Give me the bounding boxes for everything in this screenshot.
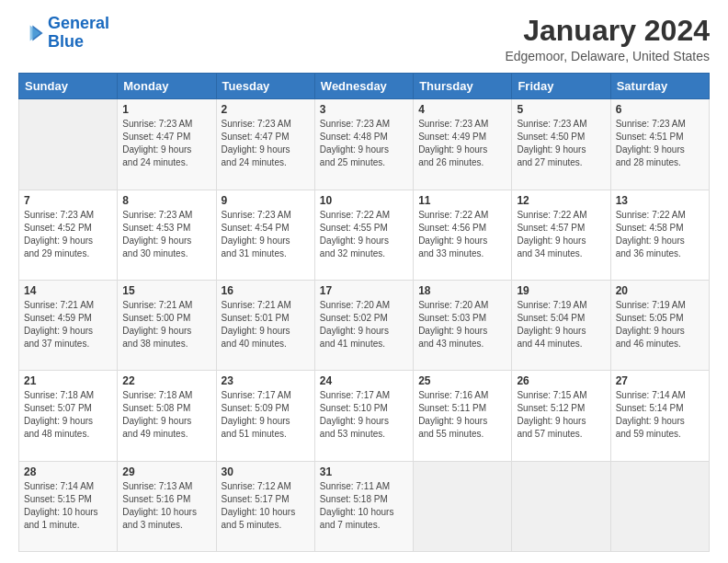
day-info: Sunrise: 7:22 AMSunset: 4:56 PMDaylight:… [418, 209, 506, 260]
day-number: 5 [517, 103, 605, 116]
calendar-cell: 12Sunrise: 7:22 AMSunset: 4:57 PMDayligh… [512, 190, 610, 280]
day-number: 23 [222, 374, 310, 387]
day-info: Sunrise: 7:20 AMSunset: 5:02 PMDaylight:… [320, 299, 408, 350]
calendar-cell [512, 461, 610, 551]
day-info: Sunrise: 7:21 AMSunset: 5:00 PMDaylight:… [122, 299, 210, 350]
calendar-cell: 9Sunrise: 7:23 AMSunset: 4:54 PMDaylight… [216, 190, 314, 280]
day-info: Sunrise: 7:15 AMSunset: 5:12 PMDaylight:… [517, 389, 605, 441]
day-info: Sunrise: 7:21 AMSunset: 4:59 PMDaylight:… [24, 299, 112, 350]
calendar-cell: 15Sunrise: 7:21 AMSunset: 5:00 PMDayligh… [118, 280, 216, 370]
day-info: Sunrise: 7:23 AMSunset: 4:47 PMDaylight:… [122, 118, 210, 169]
day-number: 10 [320, 194, 408, 207]
calendar-cell [610, 461, 709, 551]
day-number: 22 [122, 374, 210, 387]
day-number: 24 [320, 374, 408, 387]
day-info: Sunrise: 7:23 AMSunset: 4:47 PMDaylight:… [222, 118, 310, 169]
day-number: 12 [517, 194, 605, 207]
day-number: 9 [222, 194, 310, 207]
calendar-table: SundayMondayTuesdayWednesdayThursdayFrid… [18, 73, 710, 552]
day-info: Sunrise: 7:13 AMSunset: 5:16 PMDaylight:… [122, 480, 210, 532]
calendar-cell: 24Sunrise: 7:17 AMSunset: 5:10 PMDayligh… [314, 371, 413, 461]
calendar-cell: 16Sunrise: 7:21 AMSunset: 5:01 PMDayligh… [216, 280, 314, 370]
day-info: Sunrise: 7:17 AMSunset: 5:10 PMDaylight:… [320, 389, 408, 441]
calendar-cell: 5Sunrise: 7:23 AMSunset: 4:50 PMDaylight… [512, 99, 610, 190]
day-info: Sunrise: 7:23 AMSunset: 4:52 PMDaylight:… [24, 209, 112, 260]
day-info: Sunrise: 7:22 AMSunset: 4:57 PMDaylight:… [517, 209, 605, 260]
calendar-week-5: 28Sunrise: 7:14 AMSunset: 5:15 PMDayligh… [19, 461, 710, 551]
day-info: Sunrise: 7:23 AMSunset: 4:48 PMDaylight:… [320, 118, 408, 169]
day-info: Sunrise: 7:18 AMSunset: 5:07 PMDaylight:… [24, 389, 112, 441]
header-wednesday: Wednesday [314, 74, 413, 99]
header-monday: Monday [118, 74, 216, 99]
day-number: 14 [24, 284, 112, 297]
day-info: Sunrise: 7:23 AMSunset: 4:49 PMDaylight:… [418, 118, 506, 169]
calendar-cell: 7Sunrise: 7:23 AMSunset: 4:52 PMDaylight… [19, 190, 118, 280]
day-info: Sunrise: 7:23 AMSunset: 4:54 PMDaylight:… [222, 209, 310, 260]
calendar-cell: 30Sunrise: 7:12 AMSunset: 5:17 PMDayligh… [216, 461, 314, 551]
day-info: Sunrise: 7:19 AMSunset: 5:04 PMDaylight:… [517, 299, 605, 350]
header-sunday: Sunday [19, 74, 118, 99]
calendar-cell: 18Sunrise: 7:20 AMSunset: 5:03 PMDayligh… [414, 280, 512, 370]
day-number: 20 [616, 284, 704, 297]
calendar-cell: 31Sunrise: 7:11 AMSunset: 5:18 PMDayligh… [314, 461, 413, 551]
day-number: 28 [24, 465, 112, 478]
day-info: Sunrise: 7:17 AMSunset: 5:09 PMDaylight:… [222, 389, 310, 441]
main-title: January 2024 [505, 15, 710, 47]
calendar-cell: 6Sunrise: 7:23 AMSunset: 4:51 PMDaylight… [610, 99, 709, 190]
day-number: 18 [418, 284, 506, 297]
header: General Blue January 2024 Edgemoor, Dela… [18, 15, 710, 63]
day-number: 4 [418, 103, 506, 116]
day-number: 6 [616, 103, 704, 116]
calendar-cell: 25Sunrise: 7:16 AMSunset: 5:11 PMDayligh… [414, 371, 512, 461]
day-number: 7 [24, 194, 112, 207]
day-info: Sunrise: 7:14 AMSunset: 5:15 PMDaylight:… [24, 480, 112, 532]
day-number: 26 [517, 374, 605, 387]
calendar-cell: 1Sunrise: 7:23 AMSunset: 4:47 PMDaylight… [118, 99, 216, 190]
calendar-cell: 19Sunrise: 7:19 AMSunset: 5:04 PMDayligh… [512, 280, 610, 370]
calendar-week-4: 21Sunrise: 7:18 AMSunset: 5:07 PMDayligh… [19, 371, 710, 461]
title-block: January 2024 Edgemoor, Delaware, United … [505, 15, 710, 63]
calendar-week-3: 14Sunrise: 7:21 AMSunset: 4:59 PMDayligh… [19, 280, 710, 370]
day-info: Sunrise: 7:14 AMSunset: 5:14 PMDaylight:… [616, 389, 704, 441]
day-number: 17 [320, 284, 408, 297]
day-number: 2 [222, 103, 310, 116]
calendar-week-1: 1Sunrise: 7:23 AMSunset: 4:47 PMDaylight… [19, 99, 710, 190]
page: General Blue January 2024 Edgemoor, Dela… [0, 0, 728, 563]
calendar-cell: 20Sunrise: 7:19 AMSunset: 5:05 PMDayligh… [610, 280, 709, 370]
calendar-cell: 26Sunrise: 7:15 AMSunset: 5:12 PMDayligh… [512, 371, 610, 461]
day-number: 19 [517, 284, 605, 297]
calendar-cell: 28Sunrise: 7:14 AMSunset: 5:15 PMDayligh… [19, 461, 118, 551]
header-tuesday: Tuesday [216, 74, 314, 99]
calendar-cell: 13Sunrise: 7:22 AMSunset: 4:58 PMDayligh… [610, 190, 709, 280]
day-info: Sunrise: 7:21 AMSunset: 5:01 PMDaylight:… [222, 299, 310, 350]
logo-icon [18, 20, 44, 46]
header-saturday: Saturday [610, 74, 709, 99]
calendar-cell: 27Sunrise: 7:14 AMSunset: 5:14 PMDayligh… [610, 371, 709, 461]
calendar-cell: 11Sunrise: 7:22 AMSunset: 4:56 PMDayligh… [414, 190, 512, 280]
day-info: Sunrise: 7:11 AMSunset: 5:18 PMDaylight:… [320, 480, 408, 532]
header-thursday: Thursday [414, 74, 512, 99]
day-number: 30 [222, 465, 310, 478]
day-info: Sunrise: 7:20 AMSunset: 5:03 PMDaylight:… [418, 299, 506, 350]
day-info: Sunrise: 7:19 AMSunset: 5:05 PMDaylight:… [616, 299, 704, 350]
calendar-cell: 23Sunrise: 7:17 AMSunset: 5:09 PMDayligh… [216, 371, 314, 461]
logo-line1: General [48, 14, 109, 32]
day-number: 16 [222, 284, 310, 297]
day-number: 1 [122, 103, 210, 116]
day-number: 11 [418, 194, 506, 207]
calendar-cell [19, 99, 118, 190]
calendar-cell: 17Sunrise: 7:20 AMSunset: 5:02 PMDayligh… [314, 280, 413, 370]
header-friday: Friday [512, 74, 610, 99]
day-info: Sunrise: 7:22 AMSunset: 4:55 PMDaylight:… [320, 209, 408, 260]
logo: General Blue [18, 15, 109, 52]
day-number: 15 [122, 284, 210, 297]
logo-line2: Blue [48, 32, 84, 51]
day-info: Sunrise: 7:22 AMSunset: 4:58 PMDaylight:… [616, 209, 704, 260]
day-info: Sunrise: 7:18 AMSunset: 5:08 PMDaylight:… [122, 389, 210, 441]
day-info: Sunrise: 7:12 AMSunset: 5:17 PMDaylight:… [222, 480, 310, 532]
day-number: 8 [122, 194, 210, 207]
calendar-cell: 8Sunrise: 7:23 AMSunset: 4:53 PMDaylight… [118, 190, 216, 280]
day-number: 25 [418, 374, 506, 387]
day-number: 21 [24, 374, 112, 387]
day-info: Sunrise: 7:23 AMSunset: 4:53 PMDaylight:… [122, 209, 210, 260]
